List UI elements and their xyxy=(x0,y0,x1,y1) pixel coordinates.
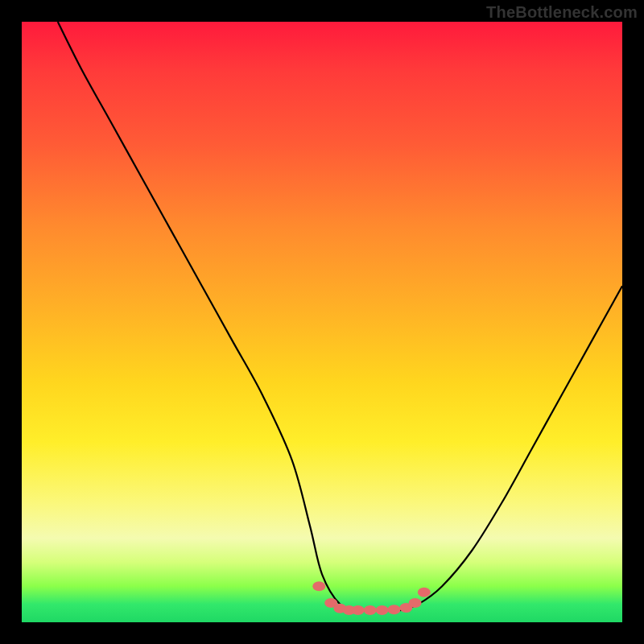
valley-marker xyxy=(376,605,389,615)
valley-marker xyxy=(352,605,365,615)
valley-marker-group xyxy=(312,581,431,615)
chart-frame: TheBottleneck.com xyxy=(0,0,644,644)
watermark-label: TheBottleneck.com xyxy=(486,3,638,22)
valley-marker xyxy=(418,588,431,597)
bottleneck-curve xyxy=(58,22,622,611)
chart-plot-area xyxy=(22,22,622,622)
valley-marker xyxy=(409,598,422,608)
valley-marker xyxy=(312,581,325,591)
valley-marker xyxy=(364,605,377,615)
chart-svg xyxy=(22,22,622,622)
valley-marker xyxy=(388,605,401,614)
